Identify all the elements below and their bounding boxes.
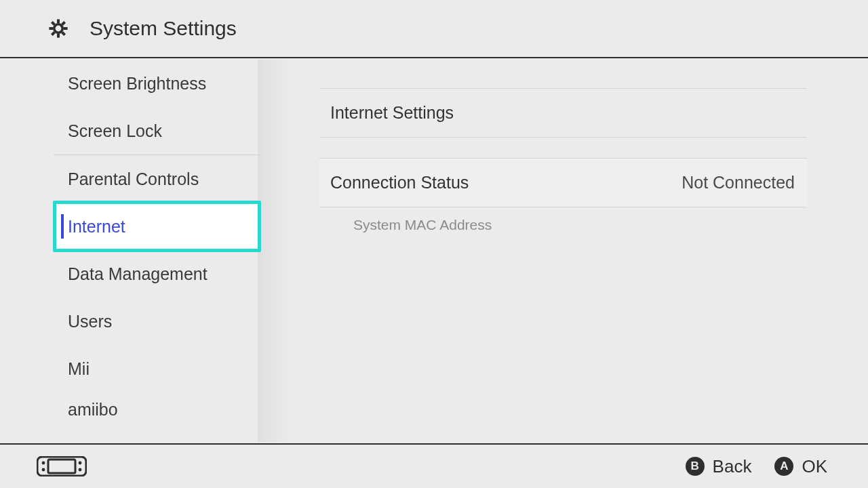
connection-status-label: Connection Status — [330, 173, 469, 192]
sidebar-item-label: Mii — [68, 359, 90, 379]
console-icon — [37, 456, 87, 476]
sidebar-item-label: Parental Controls — [68, 169, 199, 189]
svg-point-15 — [79, 462, 82, 465]
internet-settings-label: Internet Settings — [330, 103, 454, 123]
svg-point-16 — [79, 468, 82, 472]
row-connection-status[interactable]: Connection Status Not Connected — [319, 158, 807, 207]
sidebar-item-label: Users — [68, 312, 112, 331]
sidebar-item-label: Screen Lock — [68, 121, 162, 141]
a-button-icon: A — [774, 457, 793, 476]
gear-icon — [45, 15, 72, 42]
sidebar-item-mii[interactable]: Mii — [0, 345, 280, 392]
main-panel: Internet Settings Connection Status Not … — [280, 60, 868, 442]
sidebar-item-users[interactable]: Users — [0, 298, 280, 345]
footer: B Back A OK — [0, 443, 868, 488]
svg-rect-6 — [64, 27, 68, 30]
sidebar-item-internet[interactable]: Internet — [0, 203, 280, 250]
connection-status-value: Not Connected — [682, 173, 795, 192]
back-label: Back — [713, 456, 752, 477]
sidebar-item-parental-controls[interactable]: Parental Controls — [0, 155, 280, 203]
sidebar-item-label: Screen Brightness — [68, 74, 206, 94]
svg-rect-3 — [57, 19, 60, 23]
row-spacer — [319, 138, 807, 158]
hint-ok[interactable]: A OK — [774, 456, 827, 477]
svg-rect-4 — [57, 34, 60, 38]
ok-label: OK — [802, 456, 827, 477]
svg-point-14 — [42, 468, 45, 472]
sidebar: Screen Brightness Screen Lock Parental C… — [0, 60, 280, 442]
sidebar-item-label: amiibo — [68, 400, 118, 420]
footer-left — [37, 456, 87, 476]
sidebar-item-amiibo[interactable]: amiibo — [0, 392, 280, 426]
footer-right: B Back A OK — [686, 456, 827, 477]
mac-address-label: System MAC Address — [353, 217, 492, 232]
sidebar-item-screen-brightness[interactable]: Screen Brightness — [0, 60, 280, 107]
svg-point-13 — [42, 462, 45, 465]
header: System Settings — [0, 0, 868, 58]
hint-back[interactable]: B Back — [686, 456, 752, 477]
sidebar-item-label: Internet — [68, 217, 125, 237]
b-button-icon: B — [686, 457, 705, 476]
page-title: System Settings — [90, 17, 237, 40]
sidebar-item-label: Data Management — [68, 264, 208, 284]
selection-indicator-bar — [61, 214, 64, 239]
svg-point-2 — [56, 26, 62, 32]
svg-rect-5 — [49, 27, 53, 30]
sidebar-item-screen-lock[interactable]: Screen Lock — [0, 107, 280, 155]
row-mac-address: System MAC Address — [319, 207, 807, 233]
row-internet-settings[interactable]: Internet Settings — [319, 88, 807, 138]
content: Screen Brightness Screen Lock Parental C… — [0, 60, 868, 442]
sidebar-item-data-management[interactable]: Data Management — [0, 250, 280, 298]
svg-rect-12 — [48, 460, 75, 473]
